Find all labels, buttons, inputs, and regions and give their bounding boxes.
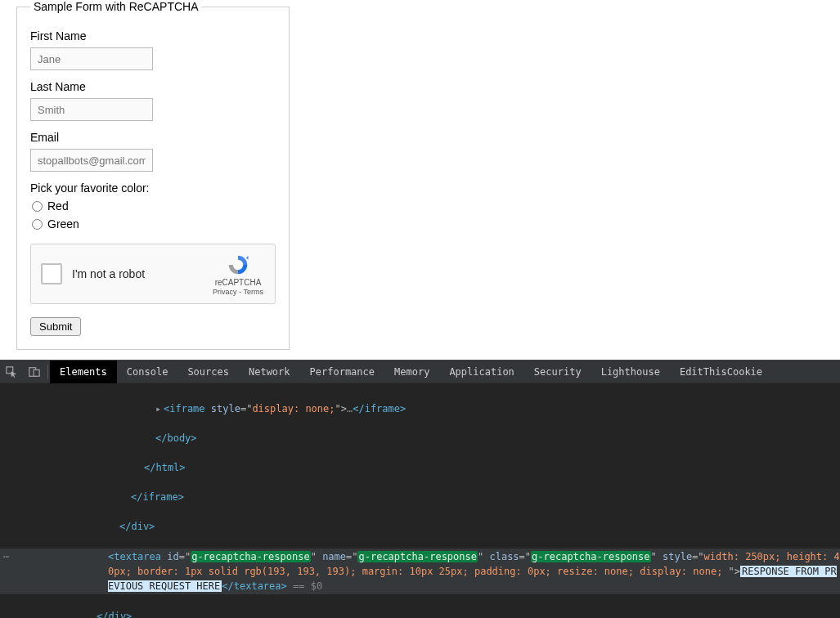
radio-green-label: Green: [47, 217, 79, 231]
form-legend: Sample Form with ReCAPTCHA: [30, 0, 202, 13]
devtools-toolbar: Elements Console Sources Network Perform…: [0, 360, 840, 383]
tab-application[interactable]: Application: [439, 360, 523, 383]
recaptcha-brand-text: reCAPTCHA: [215, 278, 262, 287]
inspect-icon[interactable]: [0, 360, 23, 383]
elements-tree[interactable]: ▸<iframe style="display: none;">…</ifram…: [0, 383, 840, 618]
tab-editthiscookie[interactable]: EditThisCookie: [670, 360, 772, 383]
toolbar-divider: [47, 365, 48, 379]
email-label: Email: [30, 131, 276, 144]
tab-lighthouse[interactable]: Lighthouse: [591, 360, 670, 383]
tab-network[interactable]: Network: [239, 360, 300, 383]
last-name-input[interactable]: [30, 98, 153, 121]
svg-rect-3: [34, 369, 39, 376]
svg-marker-0: [246, 255, 249, 259]
recaptcha-checkbox[interactable]: [41, 263, 62, 284]
last-name-label: Last Name: [30, 80, 276, 93]
device-toggle-icon[interactable]: [23, 360, 46, 383]
tab-performance[interactable]: Performance: [300, 360, 384, 383]
tab-console[interactable]: Console: [117, 360, 178, 383]
radio-green[interactable]: [32, 219, 43, 230]
tab-elements[interactable]: Elements: [50, 360, 117, 383]
radio-red-label: Red: [47, 199, 69, 213]
first-name-label: First Name: [30, 29, 276, 43]
recaptcha-label: I'm not a robot: [72, 267, 211, 280]
color-label: Pick your favorite color:: [30, 181, 276, 195]
recaptcha-branding: reCAPTCHA Privacy - Terms: [211, 253, 265, 296]
first-name-input[interactable]: [30, 47, 153, 70]
submit-button[interactable]: Submit: [30, 317, 81, 336]
tab-security[interactable]: Security: [524, 360, 591, 383]
recaptcha-widget: I'm not a robot reCAPTCHA Privacy - Term…: [30, 244, 276, 304]
recaptcha-icon: [226, 253, 250, 277]
code-token: <iframe: [164, 403, 211, 414]
selected-node[interactable]: ⋯<textarea id="g-recaptcha-response" nam…: [0, 549, 840, 594]
radio-red[interactable]: [32, 201, 43, 212]
sample-form-fieldset: Sample Form with ReCAPTCHA First Name La…: [16, 0, 290, 350]
devtools-panel: Elements Console Sources Network Perform…: [0, 360, 840, 618]
recaptcha-terms-text[interactable]: Privacy - Terms: [213, 288, 263, 296]
tab-memory[interactable]: Memory: [384, 360, 439, 383]
email-input[interactable]: [30, 149, 153, 172]
tab-sources[interactable]: Sources: [177, 360, 239, 383]
